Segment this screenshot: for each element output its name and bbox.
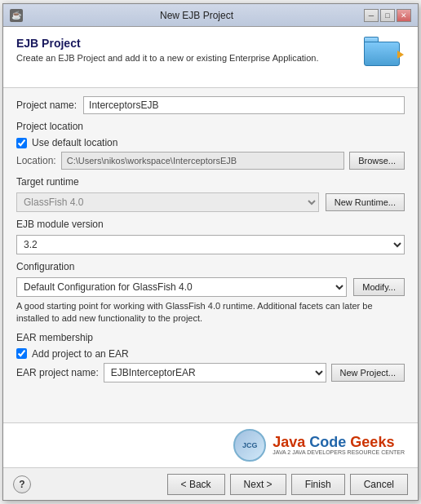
header-title: EJB Project [16,37,319,50]
jcg-code-text: Code [309,434,350,450]
folder-body [364,42,400,66]
use-default-label: Use default location [32,137,117,148]
ear-project-name-row: EAR project name: EJBInterceptorEAR New … [16,363,405,382]
footer: ? < Back Next > Finish Cancel [3,467,418,500]
ear-membership-label: EAR membership [16,332,405,343]
jcg-subtitle: JAVA 2 JAVA DEVELOPERS RESOURCE CENTER [273,449,405,456]
window-controls: ─ □ ✕ [364,9,411,22]
window-icon: ☕ [10,9,23,22]
window-title: New EJB Project [29,10,364,21]
header-icon [364,37,405,77]
finish-button[interactable]: Finish [291,474,345,495]
jcg-title: Java Code Geeks [273,435,394,449]
project-name-input[interactable] [83,96,405,114]
jcg-logo-text: JCG [242,441,258,449]
target-runtime-select[interactable]: GlassFish 4.0 [16,192,319,212]
browse-button[interactable]: Browse... [349,152,405,170]
location-input[interactable] [61,152,344,170]
project-name-row: Project name: [16,96,405,114]
runtime-row: GlassFish 4.0 New Runtime... [16,192,405,212]
add-to-ear-checkbox[interactable] [16,348,27,359]
cancel-button[interactable]: Cancel [350,474,408,495]
folder-icon [364,37,400,66]
back-button[interactable]: < Back [167,474,225,495]
minimize-button[interactable]: ─ [364,9,379,22]
target-runtime-section: Target runtime GlassFish 4.0 New Runtime… [16,176,405,212]
project-name-label: Project name: [16,99,77,111]
ear-project-name-label: EAR project name: [16,367,99,378]
header-section: EJB Project Create an EJB Project and ad… [3,27,418,88]
add-to-ear-row: Add project to an EAR [16,348,405,360]
ejb-version-select[interactable]: 3.2 [16,235,405,254]
header-description: Create an EJB Project and add it to a ne… [16,53,319,63]
add-to-ear-label: Add project to an EAR [32,348,129,360]
new-project-button[interactable]: New Project... [331,364,405,382]
location-label: Location: [16,155,56,166]
jcg-brand-text: Java Code Geeks JAVA 2 JAVA DEVELOPERS R… [273,435,405,456]
project-location-label: Project location [16,121,405,132]
configuration-info: A good starting point for working with G… [16,300,405,325]
ear-project-select[interactable]: EJBInterceptorEAR [104,363,326,382]
footer-left: ? [13,475,31,493]
use-default-checkbox[interactable] [16,138,27,148]
configuration-label: Configuration [16,261,405,272]
main-window: ☕ New EJB Project ─ □ ✕ EJB Project Crea… [2,3,419,501]
jcg-java-text: Java [273,434,309,450]
maximize-button[interactable]: □ [380,9,395,22]
close-button[interactable]: ✕ [397,9,411,22]
next-button[interactable]: Next > [230,474,286,495]
ejb-module-version-section: EJB module version 3.2 [16,219,405,254]
configuration-section: Configuration Default Configuration for … [16,261,405,325]
footer-right: < Back Next > Finish Cancel [167,474,408,495]
new-runtime-button[interactable]: New Runtime... [326,193,405,211]
use-default-location-row: Use default location [16,137,405,148]
jcg-geeks-text: Geeks [350,434,394,450]
modify-button[interactable]: Modify... [353,278,405,296]
config-row: Default Configuration for GlassFish 4.0 … [16,277,405,297]
target-runtime-label: Target runtime [16,176,405,188]
watermark-section: JCG Java Code Geeks JAVA 2 JAVA DEVELOPE… [3,422,418,467]
ear-membership-section: EAR membership Add project to an EAR EAR… [16,332,405,382]
help-button[interactable]: ? [13,475,31,493]
project-location-section: Project location Use default location Lo… [16,121,405,170]
content-area: Project name: Project location Use defau… [3,88,418,422]
folder-arrow [397,51,404,59]
ejb-module-version-label: EJB module version [16,219,405,230]
title-bar: ☕ New EJB Project ─ □ ✕ [3,4,418,27]
jcg-logo-icon: JCG [233,429,266,462]
location-row: Location: Browse... [16,152,405,170]
header-text: EJB Project Create an EJB Project and ad… [16,37,319,63]
configuration-select[interactable]: Default Configuration for GlassFish 4.0 [16,277,347,297]
watermark-logo: JCG Java Code Geeks JAVA 2 JAVA DEVELOPE… [233,429,405,462]
